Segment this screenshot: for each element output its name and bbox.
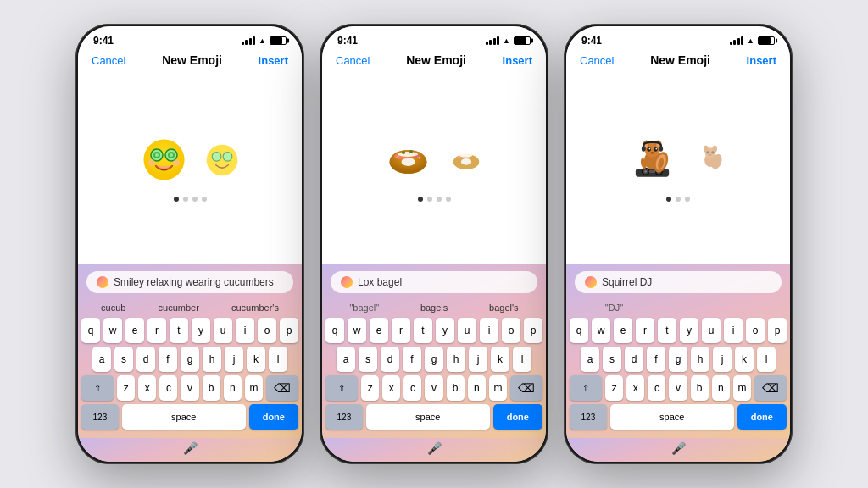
key-q[interactable]: q (81, 318, 100, 343)
key-e[interactable]: e (125, 318, 144, 343)
key-f2[interactable]: f (403, 347, 421, 372)
key-n2[interactable]: n (468, 375, 486, 401)
key-c2[interactable]: c (403, 375, 421, 401)
key-t2[interactable]: t (414, 318, 432, 343)
emoji-main-3[interactable] (629, 136, 676, 183)
key-j[interactable]: j (225, 347, 243, 372)
key-g2[interactable]: g (425, 347, 443, 372)
mic-icon-2[interactable]: 🎤 (427, 441, 442, 455)
suggestion-1a[interactable]: cucub (96, 301, 131, 314)
key-k2[interactable]: k (491, 347, 509, 372)
key-p[interactable]: p (280, 318, 298, 343)
key-y[interactable]: y (192, 318, 210, 343)
key-k[interactable]: k (247, 347, 265, 372)
key-m2[interactable]: m (489, 375, 507, 401)
mic-icon-3[interactable]: 🎤 (671, 441, 686, 455)
key-d[interactable]: d (136, 347, 155, 372)
key-w3[interactable]: w (592, 318, 610, 343)
key-d3[interactable]: d (625, 347, 643, 372)
key-f3[interactable]: f (647, 347, 665, 372)
insert-button-3[interactable]: Insert (747, 54, 776, 67)
key-d2[interactable]: d (381, 347, 399, 372)
suggestion-2c[interactable]: bagel's (484, 301, 524, 314)
key-x[interactable]: x (138, 375, 156, 401)
cancel-button-1[interactable]: Cancel (92, 54, 125, 67)
key-i3[interactable]: i (724, 318, 743, 343)
key-v3[interactable]: v (669, 375, 687, 401)
shift-key[interactable]: ⇧ (81, 375, 114, 401)
key-w[interactable]: w (103, 318, 122, 343)
key-u3[interactable]: u (702, 318, 721, 343)
insert-button-1[interactable]: Insert (259, 54, 288, 67)
key-o[interactable]: o (258, 318, 276, 343)
key-z3[interactable]: z (605, 375, 623, 401)
key-n3[interactable]: n (712, 375, 730, 401)
key-l3[interactable]: l (757, 347, 776, 372)
space-key-3[interactable]: space (610, 404, 734, 430)
key-a2[interactable]: a (337, 347, 355, 372)
key-e2[interactable]: e (370, 318, 388, 343)
space-key-2[interactable]: space (366, 404, 490, 430)
key-m[interactable]: m (245, 375, 263, 401)
key-p2[interactable]: p (524, 318, 542, 343)
space-key[interactable]: space (122, 404, 246, 430)
key-t3[interactable]: t (658, 318, 676, 343)
emoji-main-2[interactable] (385, 136, 431, 183)
shift-key-2[interactable]: ⇧ (326, 375, 358, 401)
key-x2[interactable]: x (382, 375, 400, 401)
emoji-main-1[interactable] (141, 136, 187, 183)
suggestion-1b[interactable]: cucumber (153, 301, 204, 314)
key-123-3[interactable]: 123 (570, 404, 607, 430)
shift-key-3[interactable]: ⇧ (570, 375, 602, 401)
suggestion-2b[interactable]: bagels (415, 301, 453, 314)
key-j2[interactable]: j (469, 347, 487, 372)
insert-button-2[interactable]: Insert (503, 54, 532, 67)
key-123-2[interactable]: 123 (326, 404, 363, 430)
key-t[interactable]: t (170, 318, 188, 343)
key-h[interactable]: h (203, 347, 221, 372)
key-r[interactable]: r (147, 318, 166, 343)
key-u[interactable]: u (214, 318, 232, 343)
key-b[interactable]: b (203, 375, 220, 401)
key-q3[interactable]: q (570, 318, 588, 343)
cancel-button-3[interactable]: Cancel (580, 54, 614, 67)
key-c3[interactable]: c (648, 375, 665, 401)
key-e3[interactable]: e (614, 318, 632, 343)
key-y2[interactable]: y (436, 318, 454, 343)
key-m3[interactable]: m (733, 375, 751, 401)
key-r3[interactable]: r (636, 318, 654, 343)
mic-icon-1[interactable]: 🎤 (183, 441, 198, 455)
search-bar-3[interactable]: Squirrel DJ (575, 271, 782, 293)
key-b3[interactable]: b (691, 375, 709, 401)
key-i2[interactable]: i (480, 318, 498, 343)
key-a3[interactable]: a (581, 347, 599, 372)
delete-key-3[interactable]: ⌫ (754, 375, 787, 401)
key-o2[interactable]: o (502, 318, 520, 343)
key-r2[interactable]: r (392, 318, 410, 343)
key-z[interactable]: z (117, 375, 135, 401)
key-s3[interactable]: s (603, 347, 621, 372)
suggestion-2a[interactable]: "bagel" (344, 301, 384, 314)
key-v[interactable]: v (181, 375, 198, 401)
cancel-button-2[interactable]: Cancel (336, 54, 370, 67)
key-x3[interactable]: x (626, 375, 644, 401)
key-h3[interactable]: h (691, 347, 709, 372)
key-v2[interactable]: v (425, 375, 442, 401)
suggestion-1c[interactable]: cucumber's (226, 301, 284, 314)
key-l2[interactable]: l (513, 347, 531, 372)
key-h2[interactable]: h (447, 347, 465, 372)
key-l[interactable]: l (269, 347, 287, 372)
key-q2[interactable]: q (326, 318, 344, 343)
delete-key[interactable]: ⌫ (266, 375, 298, 401)
key-s2[interactable]: s (359, 347, 377, 372)
search-bar-2[interactable]: Lox bagel (331, 271, 537, 293)
key-a[interactable]: a (92, 347, 111, 372)
done-key[interactable]: done (249, 404, 298, 430)
search-bar-1[interactable]: Smiley relaxing wearing cucumbers (86, 271, 293, 293)
key-b2[interactable]: b (447, 375, 465, 401)
key-p3[interactable]: p (768, 318, 787, 343)
key-123[interactable]: 123 (81, 404, 119, 430)
done-key-3[interactable]: done (737, 404, 787, 430)
key-j3[interactable]: j (713, 347, 732, 372)
key-i[interactable]: i (236, 318, 254, 343)
